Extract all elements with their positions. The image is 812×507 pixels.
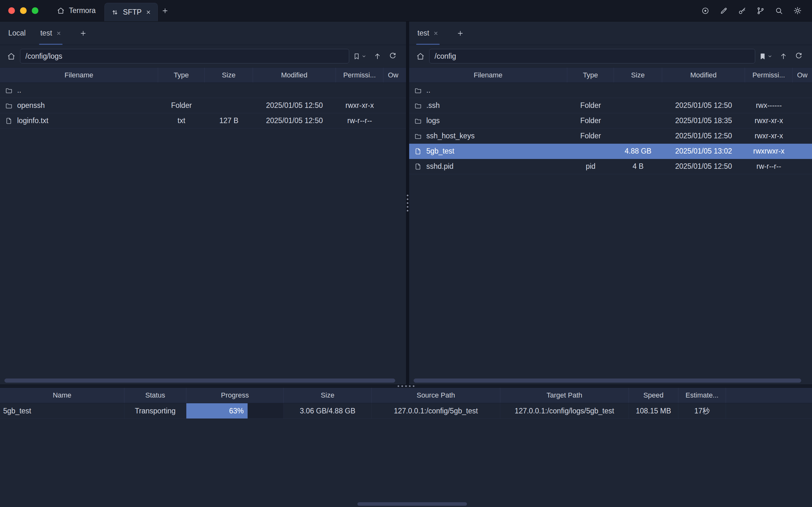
column-header-estimate[interactable]: Estimate... xyxy=(679,388,726,403)
file-name: ssh_host_keys xyxy=(426,132,475,140)
transfers-hscrollbar-thumb[interactable] xyxy=(358,502,467,506)
git-branch-icon[interactable] xyxy=(756,7,765,15)
new-tab-button[interactable] xyxy=(158,3,172,18)
scrollbar-thumb[interactable] xyxy=(414,379,801,383)
refresh-button[interactable] xyxy=(791,52,806,60)
add-tab-button[interactable] xyxy=(76,26,91,41)
file-modified: 2025/01/05 12:50 xyxy=(662,162,745,171)
arrow-up-icon xyxy=(373,52,382,60)
tab-termora[interactable]: Termora xyxy=(48,0,104,21)
titlebar-actions xyxy=(701,6,812,15)
column-header-permissions[interactable]: Permissi... xyxy=(336,68,383,82)
tab-test-left[interactable]: test xyxy=(40,21,61,45)
path-input[interactable] xyxy=(429,49,755,63)
file-row[interactable]: ssh_host_keys Folder 2025/01/05 12:50 rw… xyxy=(409,128,812,144)
refresh-icon xyxy=(388,52,397,60)
transfer-speed: 108.15 MB xyxy=(629,403,679,418)
column-header-owner[interactable]: Ow xyxy=(383,68,406,82)
folder-icon xyxy=(5,102,13,109)
progress-fill: 63% xyxy=(186,403,248,418)
column-header-size[interactable]: Size xyxy=(284,388,372,403)
file-row[interactable]: sshd.pid pid 4 B 2025/01/05 12:50 rw-r--… xyxy=(409,159,812,174)
column-header-owner[interactable]: Ow xyxy=(793,68,812,82)
column-header-target-path[interactable]: Target Path xyxy=(500,388,629,403)
column-header-name[interactable]: Name xyxy=(0,388,124,403)
column-header-progress[interactable]: Progress xyxy=(186,388,284,403)
vertical-splitter[interactable] xyxy=(406,21,409,385)
file-row[interactable]: .. xyxy=(0,83,406,98)
file-modified: 2025/01/05 13:02 xyxy=(662,147,745,156)
column-header-modified[interactable]: Modified xyxy=(253,68,336,82)
column-header-type[interactable]: Type xyxy=(567,68,614,82)
scrollbar-thumb[interactable] xyxy=(4,379,395,383)
file-row[interactable]: logs Folder 2025/01/05 18:35 rwxr-xr-x xyxy=(409,113,812,128)
file-icon xyxy=(5,117,13,125)
file-icon xyxy=(414,148,422,155)
column-header-modified[interactable]: Modified xyxy=(662,68,745,82)
column-header-status[interactable]: Status xyxy=(124,388,186,403)
transfer-size: 3.06 GB/4.88 GB xyxy=(284,403,372,418)
tab-test-right[interactable]: test xyxy=(418,21,438,45)
file-row[interactable]: .ssh Folder 2025/01/05 12:50 rwx------ xyxy=(409,98,812,113)
chevron-down-icon xyxy=(362,54,366,59)
minimize-window-button[interactable] xyxy=(20,7,27,14)
file-type: txt xyxy=(158,116,205,125)
transfer-arrows-icon xyxy=(111,9,119,16)
close-window-button[interactable] xyxy=(8,7,15,14)
path-input[interactable] xyxy=(20,49,349,63)
file-row[interactable]: openssh Folder 2025/01/05 12:50 rwxr-xr-… xyxy=(0,98,406,113)
record-icon[interactable] xyxy=(701,7,709,15)
horizontal-splitter[interactable] xyxy=(0,385,812,388)
column-header-permissions[interactable]: Permissi... xyxy=(745,68,793,82)
sftp-dual-pane: Local test xyxy=(0,21,812,385)
add-tab-button[interactable] xyxy=(453,26,468,41)
file-name: .. xyxy=(17,86,21,95)
tab-local[interactable]: Local xyxy=(8,21,26,45)
transfer-panel-empty-area xyxy=(0,419,812,507)
go-up-button[interactable] xyxy=(370,52,385,60)
column-header-filename[interactable]: Filename xyxy=(0,68,158,82)
zoom-window-button[interactable] xyxy=(32,7,39,14)
file-row[interactable]: .. xyxy=(409,83,812,98)
file-row[interactable]: loginfo.txt txt 127 B 2025/01/05 12:50 r… xyxy=(0,113,406,128)
bookmark-button[interactable] xyxy=(755,52,776,60)
key-icon[interactable] xyxy=(738,7,746,15)
file-modified: 2025/01/05 12:50 xyxy=(253,116,336,125)
column-header-speed[interactable]: Speed xyxy=(629,388,679,403)
file-permissions: rwxr-xr-x xyxy=(745,116,793,125)
close-icon[interactable] xyxy=(433,31,438,36)
close-icon[interactable] xyxy=(56,31,61,36)
right-table-header: Filename Type Size Modified Permissi... … xyxy=(409,67,812,83)
gear-icon[interactable] xyxy=(793,6,802,15)
column-header-size[interactable]: Size xyxy=(205,68,253,82)
file-modified: 2025/01/05 18:35 xyxy=(662,116,745,125)
file-size: 4.88 GB xyxy=(614,147,662,156)
go-up-button[interactable] xyxy=(776,52,791,60)
right-pane: test xyxy=(409,21,812,385)
column-header-filename[interactable]: Filename xyxy=(409,68,567,82)
search-icon[interactable] xyxy=(775,7,783,15)
file-name: openssh xyxy=(17,101,45,110)
home-button[interactable] xyxy=(409,52,429,61)
left-pane: Local test xyxy=(0,21,406,385)
file-row-selected[interactable]: 5gb_test 4.88 GB 2025/01/05 13:02 rwxrwx… xyxy=(409,144,812,159)
pencil-icon[interactable] xyxy=(720,7,728,15)
column-header-type[interactable]: Type xyxy=(158,68,205,82)
bookmark-button[interactable] xyxy=(349,52,370,60)
file-permissions: rw-r--r-- xyxy=(336,116,383,125)
file-name: .ssh xyxy=(426,101,440,110)
close-icon[interactable] xyxy=(146,9,151,15)
home-button[interactable] xyxy=(0,52,20,61)
column-header-source-path[interactable]: Source Path xyxy=(372,388,500,403)
file-type: Folder xyxy=(567,116,614,125)
column-header-size[interactable]: Size xyxy=(614,68,662,82)
tab-sftp[interactable]: SFTP xyxy=(104,3,158,21)
file-size: 4 B xyxy=(614,162,662,171)
file-icon xyxy=(414,163,422,170)
refresh-button[interactable] xyxy=(385,52,400,60)
transfer-status: Transporting xyxy=(124,403,186,418)
splitter-handle-icon xyxy=(398,386,415,387)
folder-icon xyxy=(414,102,422,109)
transfer-row[interactable]: 5gb_test Transporting 63% 3.06 GB/4.88 G… xyxy=(0,403,812,419)
app-tab-label: Termora xyxy=(69,6,96,15)
